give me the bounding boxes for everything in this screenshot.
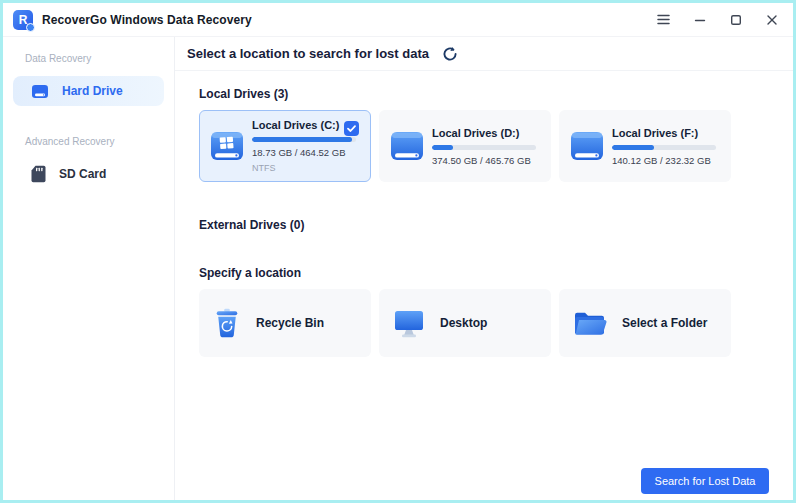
drive-checkbox[interactable] <box>344 121 359 136</box>
specify-location-heading: Specify a location <box>199 266 769 280</box>
drive-card-c[interactable]: Local Drives (C:) 18.73 GB / 464.52 GB N… <box>199 110 371 182</box>
drive-usage-bar <box>432 145 536 150</box>
drive-usage-fill <box>252 137 352 142</box>
local-drives-heading: Local Drives (3) <box>199 87 769 101</box>
recycle-bin-icon <box>213 307 241 339</box>
sidebar-item-label: SD Card <box>59 167 106 181</box>
desktop-card[interactable]: Desktop <box>379 289 551 357</box>
sidebar-section-data-recovery: Data Recovery <box>3 53 174 64</box>
drive-name: Local Drives (D:) <box>432 127 536 139</box>
drive-capacity: 140.12 GB / 232.32 GB <box>612 155 716 166</box>
system-drive-icon <box>208 129 246 163</box>
drive-usage-fill <box>432 145 453 150</box>
folder-icon <box>573 309 607 337</box>
sidebar-item-label: Hard Drive <box>62 84 123 98</box>
main-content: Local Drives (3) <box>175 71 793 500</box>
drive-capacity: 18.73 GB / 464.52 GB <box>252 147 356 158</box>
app-logo-icon: R <box>13 10 33 30</box>
drive-usage-bar <box>252 137 356 142</box>
location-label: Desktop <box>440 316 487 330</box>
main-panel: Select a location to search for lost dat… <box>175 37 793 500</box>
location-label: Select a Folder <box>622 316 707 330</box>
drive-card-f[interactable]: Local Drives (F:) 140.12 GB / 232.32 GB <box>559 110 731 182</box>
hard-drive-icon <box>31 84 49 99</box>
search-lost-data-button[interactable]: Search for Lost Data <box>641 468 769 494</box>
location-label: Recycle Bin <box>256 316 324 330</box>
app-title: RecoverGo Windows Data Recovery <box>42 13 252 27</box>
drive-name: Local Drives (F:) <box>612 127 716 139</box>
drive-usage-fill <box>612 145 654 150</box>
window-controls <box>656 12 779 27</box>
sd-card-icon <box>31 165 46 183</box>
sidebar-item-hard-drive[interactable]: Hard Drive <box>13 76 164 106</box>
drive-icon <box>568 129 606 163</box>
drive-icon <box>388 129 426 163</box>
menu-icon[interactable] <box>656 12 671 27</box>
external-drives-heading: External Drives (0) <box>199 218 769 232</box>
page-title: Select a location to search for lost dat… <box>187 46 429 61</box>
drive-filesystem: NTFS <box>252 163 356 173</box>
drive-capacity: 374.50 GB / 465.76 GB <box>432 155 536 166</box>
drive-usage-bar <box>612 145 716 150</box>
drive-card-d[interactable]: Local Drives (D:) 374.50 GB / 465.76 GB <box>379 110 551 182</box>
close-icon[interactable] <box>764 12 779 27</box>
local-drives-row: Local Drives (C:) 18.73 GB / 464.52 GB N… <box>199 110 769 182</box>
title-bar: R RecoverGo Windows Data Recovery <box>3 3 793 37</box>
desktop-icon <box>393 308 425 338</box>
sidebar-item-sd-card[interactable]: SD Card <box>13 159 164 189</box>
sidebar-section-advanced-recovery: Advanced Recovery <box>3 136 174 147</box>
select-folder-card[interactable]: Select a Folder <box>559 289 731 357</box>
maximize-icon[interactable] <box>728 12 743 27</box>
app-window: R RecoverGo Windows Data Recovery Data R… <box>3 3 793 500</box>
sidebar: Data Recovery Hard Drive Advanced Recove… <box>3 37 175 500</box>
specify-location-row: Recycle Bin Desktop <box>199 289 769 357</box>
refresh-icon[interactable] <box>442 46 458 62</box>
main-header: Select a location to search for lost dat… <box>175 37 793 71</box>
recycle-bin-card[interactable]: Recycle Bin <box>199 289 371 357</box>
minimize-icon[interactable] <box>692 12 707 27</box>
drive-name: Local Drives (C:) <box>252 119 356 131</box>
